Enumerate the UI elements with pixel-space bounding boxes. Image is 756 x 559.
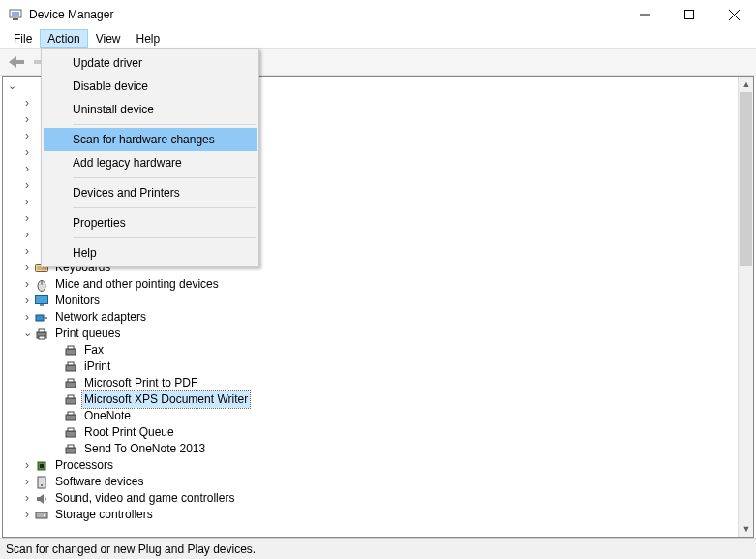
- menu-update-driver[interactable]: Update driver: [44, 51, 257, 75]
- tree-label: Root Print Queue: [82, 424, 176, 441]
- printer-icon: [63, 343, 78, 358]
- tree-node-processors[interactable]: Processors: [3, 457, 738, 474]
- svg-rect-33: [66, 448, 76, 453]
- window-controls: [622, 0, 756, 29]
- tree-node-root-print-queue[interactable]: Root Print Queue: [3, 424, 738, 441]
- tree-node-send-onenote[interactable]: Send To OneNote 2013: [3, 441, 738, 457]
- printer-icon: [34, 326, 49, 342]
- scroll-up-button[interactable]: ▲: [739, 77, 754, 92]
- menubar: File Action View Help: [0, 29, 756, 48]
- svg-point-38: [41, 484, 43, 486]
- expand-icon[interactable]: [20, 210, 34, 227]
- expand-icon[interactable]: [20, 227, 34, 243]
- expand-icon[interactable]: [20, 194, 34, 210]
- expand-icon[interactable]: [20, 309, 34, 326]
- menu-action[interactable]: Action: [40, 29, 87, 48]
- expand-icon[interactable]: [20, 474, 34, 490]
- back-button[interactable]: [5, 50, 28, 74]
- menu-properties[interactable]: Properties: [44, 211, 257, 234]
- expand-icon[interactable]: [20, 260, 34, 276]
- svg-rect-17: [44, 317, 47, 319]
- tree-node-xps-writer[interactable]: Microsoft XPS Document Writer: [3, 391, 738, 408]
- menu-scan-hardware-changes[interactable]: Scan for hardware changes: [44, 128, 257, 151]
- tree-node-sound[interactable]: Sound, video and game controllers: [3, 490, 738, 507]
- mouse-icon: [34, 277, 49, 293]
- titlebar: Device Manager: [0, 0, 756, 29]
- menu-devices-and-printers[interactable]: Devices and Printers: [44, 181, 257, 204]
- printer-icon: [63, 425, 78, 441]
- expand-icon[interactable]: [20, 144, 34, 161]
- printer-icon: [63, 392, 78, 408]
- expand-icon[interactable]: [5, 78, 18, 95]
- scroll-down-button[interactable]: ▼: [739, 521, 754, 537]
- expand-icon[interactable]: [20, 490, 34, 507]
- tree-node-mice[interactable]: Mice and other pointing devices: [3, 276, 738, 293]
- tree-node-ms-print-pdf[interactable]: Microsoft Print to PDF: [3, 375, 738, 391]
- expand-icon[interactable]: [20, 293, 34, 309]
- expand-icon[interactable]: [20, 457, 34, 474]
- menu-file[interactable]: File: [6, 29, 40, 48]
- printer-icon: [63, 376, 78, 391]
- tree-label: Software devices: [53, 474, 145, 490]
- tree-node-iprint[interactable]: iPrint: [3, 358, 738, 375]
- tree-node-fax[interactable]: Fax: [3, 342, 738, 358]
- svg-rect-28: [68, 395, 74, 398]
- close-button[interactable]: [711, 0, 756, 29]
- tree-label: Storage controllers: [53, 507, 155, 523]
- expand-icon[interactable]: [20, 276, 34, 293]
- tree-node-storage[interactable]: Storage controllers: [3, 507, 738, 523]
- menu-disable-device[interactable]: Disable device: [44, 75, 257, 98]
- expand-icon[interactable]: [20, 95, 34, 111]
- tree-label: Send To OneNote 2013: [82, 441, 207, 457]
- expand-icon[interactable]: [20, 507, 34, 523]
- storage-icon: [34, 508, 49, 523]
- svg-rect-14: [36, 295, 48, 303]
- tree-label: Print queues: [53, 326, 122, 342]
- tree-node-monitors[interactable]: Monitors: [3, 293, 738, 309]
- svg-rect-24: [68, 362, 74, 365]
- speaker-icon: [34, 491, 49, 507]
- tree-node-network[interactable]: Network adapters: [3, 309, 738, 326]
- svg-rect-34: [68, 445, 74, 448]
- menu-help-item[interactable]: Help: [44, 241, 257, 264]
- tree-label: Mice and other pointing devices: [53, 276, 221, 293]
- tree-label: Processors: [53, 457, 115, 474]
- tree-label: Microsoft Print to PDF: [82, 375, 199, 391]
- svg-rect-26: [68, 379, 74, 382]
- tree-node-print-queues[interactable]: Print queues: [3, 326, 738, 342]
- window-title: Device Manager: [29, 8, 113, 21]
- expand-icon[interactable]: [20, 128, 34, 144]
- svg-rect-22: [68, 346, 74, 349]
- network-icon: [34, 310, 49, 326]
- tree-label: Sound, video and game controllers: [53, 490, 236, 507]
- statusbar: Scan for changed or new Plug and Play de…: [0, 538, 756, 559]
- svg-rect-23: [66, 365, 76, 371]
- scroll-thumb[interactable]: [740, 92, 752, 266]
- svg-rect-15: [40, 304, 44, 306]
- collapse-icon[interactable]: [20, 326, 34, 342]
- tree-node-software-devices[interactable]: Software devices: [3, 474, 738, 490]
- svg-rect-31: [66, 431, 76, 437]
- vertical-scrollbar[interactable]: ▲ ▼: [738, 77, 753, 537]
- svg-marker-39: [37, 494, 44, 504]
- tree-label: Microsoft XPS Document Writer: [82, 391, 250, 408]
- expand-icon[interactable]: [20, 177, 34, 194]
- software-device-icon: [34, 475, 49, 490]
- expand-icon[interactable]: [20, 111, 34, 128]
- minimize-button[interactable]: [622, 0, 667, 29]
- menu-add-legacy-hardware[interactable]: Add legacy hardware: [44, 151, 257, 174]
- svg-rect-25: [66, 382, 76, 388]
- expand-icon[interactable]: [20, 243, 34, 260]
- expand-icon[interactable]: [20, 161, 34, 177]
- svg-rect-30: [68, 412, 74, 415]
- printer-icon: [63, 442, 78, 457]
- svg-rect-40: [36, 512, 47, 518]
- tree-node-onenote[interactable]: OneNote: [3, 408, 738, 424]
- menu-uninstall-device[interactable]: Uninstall device: [44, 98, 257, 121]
- tree-label: Monitors: [53, 293, 102, 309]
- svg-rect-1: [12, 12, 19, 16]
- svg-rect-32: [68, 428, 74, 431]
- menu-help[interactable]: Help: [129, 29, 168, 48]
- menu-view[interactable]: View: [88, 29, 129, 48]
- maximize-button[interactable]: [667, 0, 711, 29]
